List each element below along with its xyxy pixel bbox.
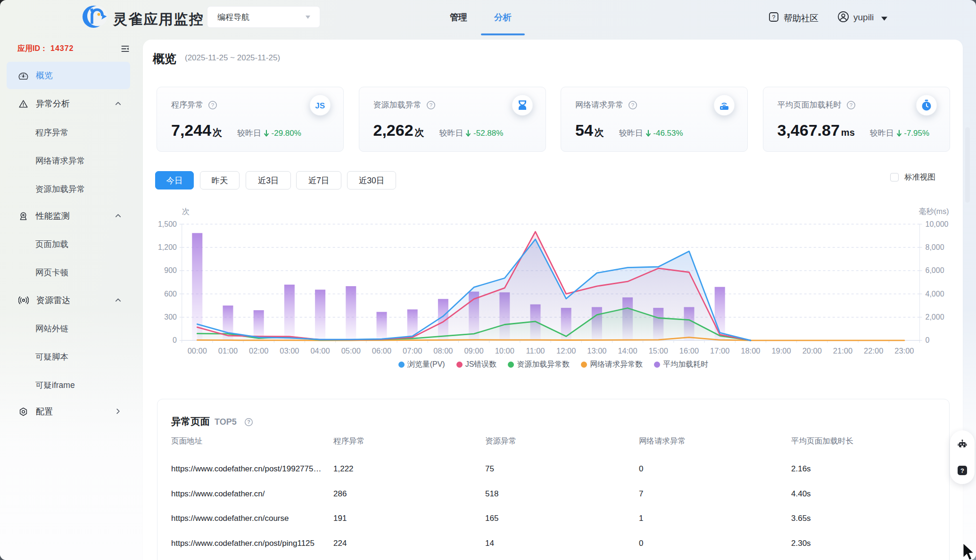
svg-text:2,000: 2,000 <box>926 313 944 321</box>
svg-text:?: ? <box>960 467 964 474</box>
svg-text:0: 0 <box>926 336 930 344</box>
svg-text:6,000: 6,000 <box>926 266 944 274</box>
svg-text:?: ? <box>772 14 776 21</box>
svg-text:毫秒(ms): 毫秒(ms) <box>919 207 949 215</box>
svg-text:8,000: 8,000 <box>926 243 944 251</box>
svg-text:20:00: 20:00 <box>802 346 822 355</box>
svg-text:16:00: 16:00 <box>679 346 699 355</box>
svg-text:23:00: 23:00 <box>894 346 914 355</box>
svg-text:00:00: 00:00 <box>188 346 207 355</box>
svg-text:09:00: 09:00 <box>464 346 483 355</box>
svg-text:22:00: 22:00 <box>864 346 883 355</box>
svg-text:1,200: 1,200 <box>158 243 177 251</box>
svg-text:04:00: 04:00 <box>310 346 330 355</box>
svg-text:600: 600 <box>164 290 177 298</box>
svg-text:08:00: 08:00 <box>433 346 453 355</box>
svg-text:14:00: 14:00 <box>618 346 637 355</box>
svg-text:12:00: 12:00 <box>556 346 576 355</box>
svg-text:17:00: 17:00 <box>710 346 729 355</box>
svg-text:01:00: 01:00 <box>218 346 238 355</box>
svg-text:03:00: 03:00 <box>280 346 299 355</box>
svg-text:JS: JS <box>315 101 325 110</box>
svg-text:?: ? <box>631 102 634 108</box>
svg-text:?: ? <box>211 102 214 108</box>
svg-text:21:00: 21:00 <box>833 346 852 355</box>
svg-text:?: ? <box>429 102 432 108</box>
svg-text:4,000: 4,000 <box>926 290 944 298</box>
svg-text:次: 次 <box>182 207 190 215</box>
svg-text:05:00: 05:00 <box>341 346 361 355</box>
svg-text:02:00: 02:00 <box>249 346 268 355</box>
svg-text:?: ? <box>849 102 852 108</box>
svg-text:0: 0 <box>173 336 177 344</box>
svg-text:06:00: 06:00 <box>372 346 391 355</box>
svg-text:900: 900 <box>164 266 177 274</box>
svg-text:1,500: 1,500 <box>158 220 177 228</box>
svg-text:10:00: 10:00 <box>495 346 514 355</box>
svg-text:13:00: 13:00 <box>587 346 606 355</box>
svg-text:10,000: 10,000 <box>926 220 949 228</box>
svg-text:11:00: 11:00 <box>526 346 545 355</box>
svg-text:07:00: 07:00 <box>403 346 422 355</box>
svg-text:?: ? <box>247 419 250 425</box>
svg-text:15:00: 15:00 <box>649 346 668 355</box>
svg-text:300: 300 <box>164 313 177 321</box>
svg-text:19:00: 19:00 <box>771 346 791 355</box>
svg-text:18:00: 18:00 <box>741 346 760 355</box>
